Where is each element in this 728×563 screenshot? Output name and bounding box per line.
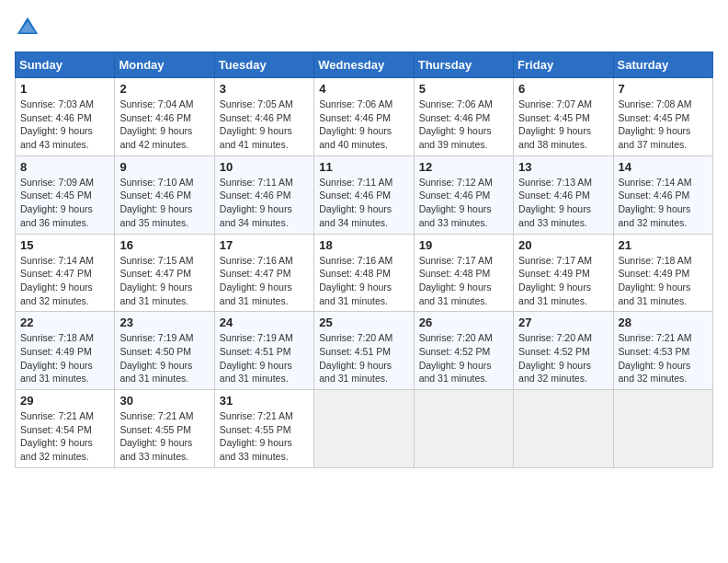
- day-number: 31: [220, 394, 309, 408]
- day-info: Sunrise: 7:11 AMSunset: 4:46 PMDaylight:…: [220, 177, 293, 228]
- day-number: 29: [20, 394, 109, 408]
- day-info: Sunrise: 7:05 AMSunset: 4:46 PMDaylight:…: [220, 98, 293, 150]
- day-number: 18: [319, 238, 408, 252]
- logo: [15, 15, 44, 40]
- calendar-day-16: 16Sunrise: 7:15 AMSunset: 4:47 PMDayligh…: [115, 234, 214, 312]
- calendar-day-17: 17Sunrise: 7:16 AMSunset: 4:47 PMDayligh…: [214, 234, 313, 312]
- calendar-day-11: 11Sunrise: 7:11 AMSunset: 4:46 PMDayligh…: [314, 155, 414, 234]
- day-info: Sunrise: 7:21 AMSunset: 4:55 PMDaylight:…: [119, 410, 193, 462]
- header-wednesday: Wednesday: [314, 52, 414, 78]
- calendar-day-9: 9Sunrise: 7:10 AMSunset: 4:46 PMDaylight…: [115, 155, 214, 234]
- calendar-header-row: SundayMondayTuesdayWednesdayThursdayFrid…: [16, 52, 713, 78]
- calendar-week-3: 15Sunrise: 7:14 AMSunset: 4:47 PMDayligh…: [16, 234, 713, 312]
- day-number: 22: [20, 316, 109, 329]
- calendar-day-4: 4Sunrise: 7:06 AMSunset: 4:46 PMDaylight…: [314, 78, 414, 156]
- day-info: Sunrise: 7:12 AMSunset: 4:46 PMDaylight:…: [419, 177, 493, 228]
- calendar-day-28: 28Sunrise: 7:21 AMSunset: 4:53 PMDayligh…: [613, 312, 712, 390]
- header-tuesday: Tuesday: [214, 52, 313, 78]
- day-info: Sunrise: 7:07 AMSunset: 4:45 PMDaylight:…: [518, 98, 592, 150]
- day-info: Sunrise: 7:20 AMSunset: 4:52 PMDaylight:…: [419, 332, 493, 384]
- calendar-day-23: 23Sunrise: 7:19 AMSunset: 4:50 PMDayligh…: [115, 312, 214, 390]
- day-number: 23: [119, 316, 209, 329]
- empty-cell: [514, 390, 613, 468]
- day-number: 26: [419, 316, 508, 329]
- day-number: 21: [619, 238, 708, 252]
- day-number: 25: [319, 316, 408, 329]
- header-sunday: Sunday: [16, 52, 115, 78]
- calendar-day-19: 19Sunrise: 7:17 AMSunset: 4:48 PMDayligh…: [414, 234, 513, 312]
- day-info: Sunrise: 7:18 AMSunset: 4:49 PMDaylight:…: [20, 332, 94, 384]
- day-info: Sunrise: 7:08 AMSunset: 4:45 PMDaylight:…: [619, 98, 692, 150]
- day-number: 2: [119, 82, 209, 96]
- day-number: 7: [619, 82, 708, 96]
- header-thursday: Thursday: [414, 52, 513, 78]
- header-friday: Friday: [514, 52, 613, 78]
- day-info: Sunrise: 7:16 AMSunset: 4:48 PMDaylight:…: [319, 255, 392, 306]
- calendar-day-31: 31Sunrise: 7:21 AMSunset: 4:55 PMDayligh…: [214, 390, 313, 468]
- day-number: 15: [20, 238, 109, 252]
- day-number: 28: [619, 316, 708, 329]
- day-info: Sunrise: 7:16 AMSunset: 4:47 PMDaylight:…: [220, 255, 293, 306]
- day-info: Sunrise: 7:17 AMSunset: 4:48 PMDaylight:…: [419, 255, 493, 306]
- empty-cell: [314, 390, 414, 468]
- header-saturday: Saturday: [613, 52, 712, 78]
- header-monday: Monday: [115, 52, 214, 78]
- day-info: Sunrise: 7:13 AMSunset: 4:46 PMDaylight:…: [518, 177, 592, 228]
- calendar-table: SundayMondayTuesdayWednesdayThursdayFrid…: [15, 52, 713, 468]
- calendar-day-13: 13Sunrise: 7:13 AMSunset: 4:46 PMDayligh…: [514, 155, 613, 234]
- day-info: Sunrise: 7:09 AMSunset: 4:45 PMDaylight:…: [20, 177, 94, 228]
- day-info: Sunrise: 7:21 AMSunset: 4:53 PMDaylight:…: [619, 332, 692, 384]
- day-number: 6: [518, 82, 608, 96]
- day-info: Sunrise: 7:19 AMSunset: 4:51 PMDaylight:…: [220, 332, 293, 384]
- day-info: Sunrise: 7:11 AMSunset: 4:46 PMDaylight:…: [319, 177, 392, 228]
- day-number: 20: [518, 238, 608, 252]
- day-info: Sunrise: 7:21 AMSunset: 4:54 PMDaylight:…: [20, 410, 94, 462]
- day-info: Sunrise: 7:18 AMSunset: 4:49 PMDaylight:…: [619, 255, 692, 306]
- day-number: 4: [319, 82, 408, 96]
- calendar-day-10: 10Sunrise: 7:11 AMSunset: 4:46 PMDayligh…: [214, 155, 313, 234]
- day-info: Sunrise: 7:20 AMSunset: 4:52 PMDaylight:…: [518, 332, 592, 384]
- calendar-day-1: 1Sunrise: 7:03 AMSunset: 4:46 PMDaylight…: [16, 78, 115, 156]
- day-number: 13: [518, 160, 608, 174]
- day-info: Sunrise: 7:03 AMSunset: 4:46 PMDaylight:…: [20, 98, 94, 150]
- day-info: Sunrise: 7:17 AMSunset: 4:49 PMDaylight:…: [518, 255, 592, 306]
- day-number: 5: [419, 82, 508, 96]
- calendar-day-2: 2Sunrise: 7:04 AMSunset: 4:46 PMDaylight…: [115, 78, 214, 156]
- day-number: 11: [319, 160, 408, 174]
- calendar-week-1: 1Sunrise: 7:03 AMSunset: 4:46 PMDaylight…: [16, 78, 713, 156]
- day-number: 14: [619, 160, 708, 174]
- calendar-day-20: 20Sunrise: 7:17 AMSunset: 4:49 PMDayligh…: [514, 234, 613, 312]
- calendar-day-7: 7Sunrise: 7:08 AMSunset: 4:45 PMDaylight…: [613, 78, 712, 156]
- calendar-day-12: 12Sunrise: 7:12 AMSunset: 4:46 PMDayligh…: [414, 155, 513, 234]
- calendar-day-14: 14Sunrise: 7:14 AMSunset: 4:46 PMDayligh…: [613, 155, 712, 234]
- day-number: 17: [220, 238, 309, 252]
- calendar-day-26: 26Sunrise: 7:20 AMSunset: 4:52 PMDayligh…: [414, 312, 513, 390]
- calendar-day-27: 27Sunrise: 7:20 AMSunset: 4:52 PMDayligh…: [514, 312, 613, 390]
- calendar-day-8: 8Sunrise: 7:09 AMSunset: 4:45 PMDaylight…: [16, 155, 115, 234]
- day-number: 16: [119, 238, 209, 252]
- calendar-day-6: 6Sunrise: 7:07 AMSunset: 4:45 PMDaylight…: [514, 78, 613, 156]
- calendar-day-29: 29Sunrise: 7:21 AMSunset: 4:54 PMDayligh…: [16, 390, 115, 468]
- day-number: 9: [119, 160, 209, 174]
- day-info: Sunrise: 7:15 AMSunset: 4:47 PMDaylight:…: [119, 255, 193, 306]
- day-number: 27: [518, 316, 608, 329]
- day-number: 3: [220, 82, 309, 96]
- calendar-week-5: 29Sunrise: 7:21 AMSunset: 4:54 PMDayligh…: [16, 390, 713, 468]
- logo-icon: [15, 15, 40, 40]
- day-info: Sunrise: 7:14 AMSunset: 4:46 PMDaylight:…: [619, 177, 692, 228]
- calendar-day-18: 18Sunrise: 7:16 AMSunset: 4:48 PMDayligh…: [314, 234, 414, 312]
- calendar-day-3: 3Sunrise: 7:05 AMSunset: 4:46 PMDaylight…: [214, 78, 313, 156]
- empty-cell: [414, 390, 513, 468]
- day-number: 10: [220, 160, 309, 174]
- calendar-week-2: 8Sunrise: 7:09 AMSunset: 4:45 PMDaylight…: [16, 155, 713, 234]
- empty-cell: [613, 390, 712, 468]
- day-number: 30: [119, 394, 209, 408]
- calendar-day-21: 21Sunrise: 7:18 AMSunset: 4:49 PMDayligh…: [613, 234, 712, 312]
- day-info: Sunrise: 7:19 AMSunset: 4:50 PMDaylight:…: [119, 332, 193, 384]
- day-number: 1: [20, 82, 109, 96]
- calendar-day-22: 22Sunrise: 7:18 AMSunset: 4:49 PMDayligh…: [16, 312, 115, 390]
- day-info: Sunrise: 7:14 AMSunset: 4:47 PMDaylight:…: [20, 255, 94, 306]
- day-info: Sunrise: 7:06 AMSunset: 4:46 PMDaylight:…: [419, 98, 493, 150]
- day-number: 19: [419, 238, 508, 252]
- day-number: 12: [419, 160, 508, 174]
